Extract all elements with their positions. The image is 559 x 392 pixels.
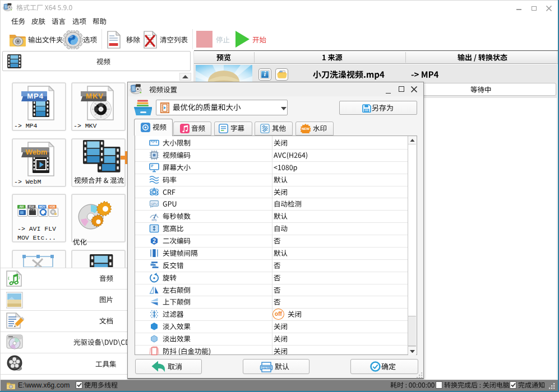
svg-text:DEFAULT: DEFAULT [261,366,272,368]
svg-text:FPS: FPS [152,219,157,222]
svg-text:FLV: FLV [29,206,35,208]
svg-text:AVI: AVI [19,206,24,208]
svg-text:NEW: NEW [302,127,309,130]
svg-text:MOV: MOV [39,206,46,208]
svg-text:VOB: VOB [49,206,56,208]
svg-text:2: 2 [153,238,156,244]
svg-text:GPU: GPU [151,202,158,206]
